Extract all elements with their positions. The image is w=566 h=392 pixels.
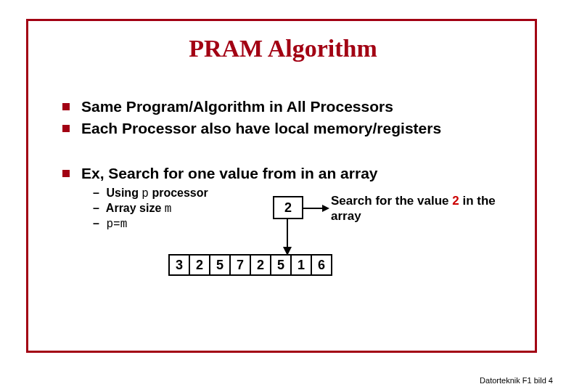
diagram-caption: Search for the value 2 in the array	[331, 193, 520, 224]
square-bullet-icon	[62, 103, 70, 110]
caption-value: 2	[452, 194, 459, 208]
slide-title: PRAM Algorithm	[0, 35, 566, 62]
arrow-right-icon	[302, 203, 331, 213]
bullet-text: Ex, Search for one value from in an arra…	[81, 165, 378, 182]
slide-footer: Datorteknik F1 bild 4	[480, 376, 553, 385]
slide-body: Same Program/Algorithm in All Processors…	[62, 98, 498, 305]
bullet-item: Ex, Search for one value from in an arra…	[62, 165, 498, 182]
array-cell: 2	[189, 255, 210, 275]
array-cell: 5	[210, 255, 230, 275]
bullet-item: Each Processor also have local memory/re…	[62, 120, 498, 137]
array-cell: 7	[230, 255, 250, 275]
array-cell: 1	[291, 255, 311, 275]
arrow-down-icon	[276, 216, 305, 260]
caption-text: Search for the value	[331, 194, 452, 208]
svg-marker-3	[322, 205, 329, 212]
array-table: 3 2 5 7 2 5 1 6	[168, 254, 332, 276]
array-cell: 5	[271, 255, 291, 275]
square-bullet-icon	[62, 170, 70, 177]
bullet-item: Same Program/Algorithm in All Processors	[62, 98, 498, 115]
bullet-spacer	[62, 142, 498, 160]
array-cell: 3	[169, 255, 189, 275]
example-diagram: 2 Search for the value 2 in the array 3 …	[62, 196, 498, 305]
array-row: 3 2 5 7 2 5 1 6	[169, 255, 332, 275]
array-cell: 2	[250, 255, 271, 275]
bullet-text: Same Program/Algorithm in All Processors	[81, 98, 393, 115]
square-bullet-icon	[62, 125, 70, 132]
bullet-text: Each Processor also have local memory/re…	[81, 120, 441, 137]
array-cell: 6	[311, 255, 332, 275]
